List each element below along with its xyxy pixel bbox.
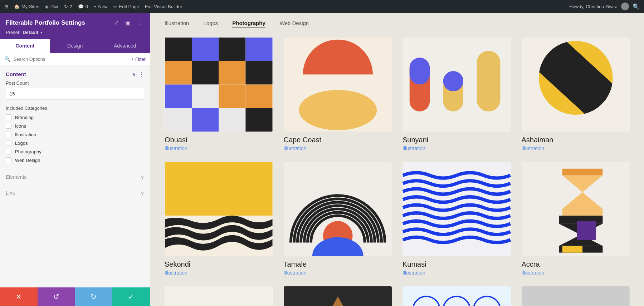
portfolio-item-ashaiman[interactable]: Ashaiman Illustration — [522, 38, 630, 151]
web-design-checkbox[interactable] — [6, 157, 11, 163]
edit-page-link[interactable]: ✏ Edit Page — [113, 4, 139, 9]
portfolio-name: Accra — [522, 260, 630, 268]
illustration-checkbox[interactable] — [6, 132, 11, 137]
svg-rect-73 — [522, 286, 629, 306]
my-sites-link[interactable]: 🏠 My Sites — [14, 4, 39, 9]
portfolio-name: Cape Coast — [284, 136, 392, 144]
list-item[interactable]: Branding — [6, 114, 144, 120]
list-item[interactable]: Web Design — [6, 157, 144, 163]
tab-design[interactable]: Design — [50, 39, 100, 53]
portfolio-item-tamale[interactable]: Tamale Illustration — [284, 162, 392, 276]
included-categories-label: Included Categories — [0, 104, 150, 114]
svg-rect-22 — [410, 58, 430, 84]
new-link[interactable]: + New — [94, 4, 108, 9]
expand-icon[interactable]: ⤢ — [113, 19, 120, 27]
link-chevron-icon[interactable]: ∨ — [141, 190, 144, 196]
filter-tab-web-design[interactable]: Web Design — [280, 20, 309, 28]
comments-icon: 💬 — [78, 4, 84, 9]
list-item[interactable]: Icons — [6, 123, 144, 129]
portfolio-category[interactable]: Illustration — [402, 270, 511, 276]
link-section[interactable]: Link ∨ — [0, 185, 150, 201]
content-area: Illustration Logos Photography Web Desig… — [150, 13, 644, 306]
portfolio-thumb-play — [165, 286, 273, 306]
portfolio-item-kumasi[interactable]: Kumasi Illustration — [402, 162, 511, 276]
portfolio-category[interactable]: Illustration — [402, 145, 511, 151]
portfolio-item-sekondi[interactable]: Sekondi Illustration — [165, 162, 273, 276]
portfolio-category[interactable]: Illustration — [165, 270, 273, 276]
layout-icon[interactable]: ▣ — [124, 19, 132, 27]
sidebar-tabs: Content Design Advanced — [0, 39, 150, 53]
elements-chevron-icon[interactable]: ∨ — [141, 174, 144, 180]
portfolio-category[interactable]: Illustration — [522, 270, 630, 276]
search-icon: 🔍 — [4, 56, 10, 62]
portfolio-item-play[interactable] — [165, 286, 273, 306]
section-collapse-icon[interactable]: ∧ — [132, 71, 136, 77]
svg-rect-7 — [245, 61, 272, 85]
category-label: Web Design — [15, 158, 40, 163]
category-label: Photography — [15, 149, 42, 154]
tab-content[interactable]: Content — [0, 39, 50, 53]
portfolio-item-accra[interactable]: Accra Illustration — [522, 162, 630, 276]
sidebar-body: 🔍 + Filter Content ∧ ⋮ Post Count — [0, 53, 150, 287]
list-item[interactable]: Illustration — [6, 132, 144, 137]
comments-link[interactable]: 💬 0 — [78, 4, 88, 9]
filter-tab-photography[interactable]: Photography — [232, 20, 265, 28]
portfolio-name: Tamale — [284, 260, 392, 268]
branding-checkbox[interactable] — [6, 114, 11, 120]
portfolio-thumb-sekondi — [165, 162, 273, 256]
divi-link[interactable]: ◈ Divi — [45, 4, 58, 9]
post-count-input[interactable] — [6, 88, 144, 100]
updates-link[interactable]: ↻ 2 — [64, 4, 72, 9]
search-input[interactable] — [13, 56, 128, 62]
wp-icon: ⊞ — [4, 4, 8, 9]
sidebar-title-icons: ⤢ ▣ ⋮ — [113, 19, 144, 27]
portfolio-category[interactable]: Illustration — [522, 145, 630, 151]
portfolio-item-slim[interactable]: SLIM — [522, 286, 630, 306]
portfolio-item-sunyani[interactable]: Sunyani Illustration — [402, 38, 511, 151]
portfolio-category[interactable]: Illustration — [284, 145, 392, 151]
filter-tab-illustration[interactable]: Illustration — [165, 20, 189, 28]
svg-rect-2 — [219, 38, 245, 61]
svg-rect-52 — [577, 221, 596, 240]
wp-logo[interactable]: ⊞ — [4, 4, 8, 9]
category-label: Illustration — [15, 132, 36, 137]
portfolio-item-cape-coast[interactable]: Cape Coast Illustration — [284, 38, 392, 151]
portfolio-category[interactable]: Illustration — [284, 270, 392, 276]
search-icon[interactable]: 🔍 — [633, 3, 640, 10]
portfolio-category[interactable]: Illustration — [165, 145, 273, 151]
exit-builder-link[interactable]: Exit Visual Builder — [145, 4, 182, 9]
tab-advanced[interactable]: Advanced — [100, 39, 150, 53]
save-button[interactable]: ✓ — [112, 287, 150, 306]
section-menu-icon[interactable]: ⋮ — [138, 71, 144, 78]
portfolio-item-chat[interactable] — [284, 286, 392, 306]
preset-chevron[interactable]: ▾ — [40, 30, 42, 34]
portfolio-item-icons[interactable] — [402, 286, 511, 306]
redo-button[interactable]: ↻ — [75, 287, 113, 306]
portfolio-name: Kumasi — [402, 260, 511, 268]
filter-button[interactable]: + Filter — [131, 56, 146, 62]
preset-row: Preset: Default ▾ — [6, 30, 144, 39]
portfolio-item-obuasi[interactable]: Obuasi Illustration — [165, 38, 273, 151]
search-bar-row: 🔍 + Filter — [0, 53, 150, 65]
svg-rect-39 — [165, 162, 273, 216]
logos-checkbox[interactable] — [6, 140, 11, 146]
more-icon[interactable]: ⋮ — [136, 19, 144, 27]
cancel-button[interactable]: ✕ — [0, 287, 38, 306]
category-label: Logos — [15, 140, 28, 146]
list-item[interactable]: Logos — [6, 140, 144, 146]
svg-rect-53 — [562, 246, 582, 253]
link-label: Link — [6, 190, 15, 196]
main-layout: Filterable Portfolio Settings ⤢ ▣ ⋮ Pres… — [0, 13, 644, 306]
portfolio-thumb-kumasi — [402, 162, 511, 256]
sidebar-title: Filterable Portfolio Settings — [6, 19, 85, 26]
icons-checkbox[interactable] — [6, 123, 11, 129]
svg-rect-4 — [165, 61, 192, 85]
photography-checkbox[interactable] — [6, 149, 11, 154]
filter-tab-logos[interactable]: Logos — [203, 20, 218, 28]
list-item[interactable]: Photography — [6, 149, 144, 154]
portfolio-thumb-accra — [522, 162, 630, 256]
svg-rect-11 — [245, 85, 272, 108]
elements-section[interactable]: Elements ∨ — [0, 169, 150, 185]
svg-rect-5 — [192, 61, 219, 85]
undo-button[interactable]: ↺ — [38, 287, 75, 306]
